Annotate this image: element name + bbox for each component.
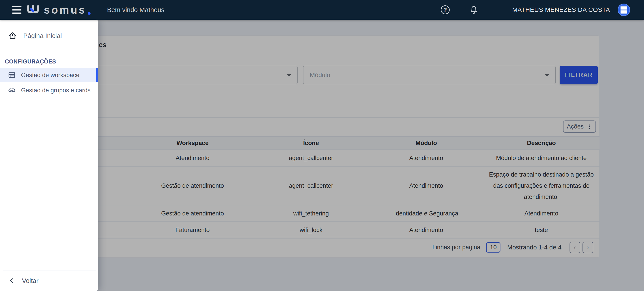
user-name[interactable]: MATHEUS MENEZES DA COSTA (512, 6, 610, 13)
sidebar-item-label: Voltar (22, 277, 38, 285)
somus-logo-mark (26, 4, 40, 15)
home-icon (8, 31, 17, 40)
workspace-table-icon (8, 71, 16, 79)
sidebar-bottom: Voltar (0, 268, 98, 291)
sidebar-section-title: CONFIGURAÇÕES (5, 58, 98, 65)
sidebar-item-label: Gestao de grupos e cards (21, 87, 90, 94)
menu-icon[interactable] (12, 6, 22, 14)
topbar: somus Bem vindo Matheus ? MATHEUS MENEZE… (0, 0, 644, 20)
sidebar-item-voltar[interactable]: Voltar (0, 271, 98, 291)
somus-logo: somus (26, 4, 90, 15)
sidebar-item-label: Gestao de workspace (21, 72, 80, 79)
sidebar-divider (3, 48, 96, 48)
welcome-text: Bem vindo Matheus (107, 6, 164, 14)
topbar-right: ? MATHEUS MENEZES DA COSTA (440, 3, 630, 16)
chevron-left-icon (8, 277, 15, 284)
logo-text: somus (44, 5, 86, 15)
sidebar-item-label: Página Inicial (23, 32, 62, 39)
notifications-bell-icon[interactable] (469, 5, 479, 15)
logo-dot (88, 12, 90, 15)
avatar[interactable] (618, 3, 630, 16)
help-icon[interactable]: ? (440, 5, 450, 15)
avatar-image (620, 5, 627, 14)
sidebar-item-gestao-de-workspace[interactable]: Gestao de workspace (0, 68, 98, 82)
sidebar-item-gestao-de-grupos-e-cards[interactable]: Gestao de grupos e cards (0, 84, 98, 97)
link-icon (8, 86, 16, 94)
sidebar-item-pagina-inicial[interactable]: Página Inicial (0, 26, 98, 45)
screen: somus Bem vindo Matheus ? MATHEUS MENEZE… (0, 0, 644, 291)
navigation-drawer: Página Inicial CONFIGURAÇÕES Gestao de w… (0, 20, 98, 291)
